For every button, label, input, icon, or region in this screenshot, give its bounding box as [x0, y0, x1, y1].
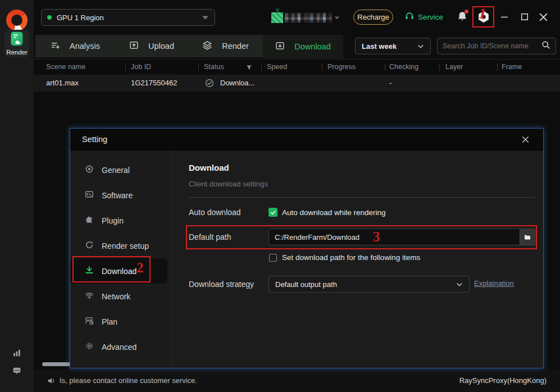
tab-upload[interactable]: Upload: [115, 35, 188, 57]
menu-item-advanced[interactable]: Advanced: [70, 334, 171, 359]
menu-item-plan[interactable]: Plan: [70, 309, 171, 334]
recharge-button[interactable]: Recharge: [353, 10, 393, 25]
job-table-header: Scene name Job ID Status Speed Progress …: [34, 59, 560, 74]
maximize-button[interactable]: [518, 11, 531, 23]
region-select[interactable]: GPU 1 Region: [41, 9, 215, 26]
region-online-dot: [47, 15, 52, 20]
annotation-box-3: [186, 225, 537, 249]
avatar: [271, 12, 283, 23]
cell-status: Downloa...: [220, 75, 254, 92]
user-account-menu[interactable]: [271, 10, 340, 25]
column-divider: [439, 63, 440, 71]
menu-item-label: Advanced: [102, 343, 136, 352]
notification-dot: [465, 10, 468, 13]
menu-item-general[interactable]: General: [70, 157, 171, 183]
auto-download-option-label: Auto download while rendering: [282, 208, 386, 217]
col-scene-name: Scene name: [46, 60, 85, 75]
render-setup-icon: [85, 240, 94, 251]
folder-download-icon: [275, 41, 285, 52]
tab-download[interactable]: Download: [263, 35, 343, 58]
col-checking: Checking: [389, 60, 418, 75]
chevron-down-icon: [417, 41, 424, 51]
auto-download-label: Auto download: [189, 208, 241, 217]
period-filter-select[interactable]: Last week: [355, 38, 431, 54]
column-divider: [385, 63, 385, 71]
dialog-title-bar: Setting: [70, 129, 543, 151]
chat-icon[interactable]: [12, 366, 22, 378]
general-icon: [85, 165, 94, 175]
username-redacted: [285, 13, 332, 22]
tab-render-label: Render: [222, 42, 249, 51]
cell-scene-name: art01.max: [46, 75, 79, 92]
tab-analysis[interactable]: Analysis: [35, 35, 115, 57]
software-icon: [85, 190, 94, 200]
tab-analysis-label: Analysis: [70, 42, 100, 51]
menu-item-render-setup[interactable]: Render setup: [70, 233, 171, 258]
close-button[interactable]: [537, 11, 549, 23]
plugin-icon: [85, 215, 94, 226]
search-box: [437, 38, 556, 54]
plan-icon: [85, 316, 94, 327]
analysis-icon: [51, 40, 60, 52]
headset-icon: [404, 11, 415, 23]
menu-item-label: Plugin: [102, 216, 124, 225]
folder-upload-icon: [129, 40, 139, 52]
speaker-icon: [47, 376, 56, 388]
download-settings-panel: Download Client download settings Auto d…: [172, 151, 543, 368]
column-divider: [497, 63, 498, 71]
panel-heading: Download: [189, 163, 229, 172]
layers-icon: [202, 40, 212, 52]
minimize-button[interactable]: [498, 11, 511, 23]
statistics-icon[interactable]: [12, 348, 22, 360]
menu-item-label: Software: [102, 191, 133, 200]
col-speed: Speed: [267, 60, 287, 75]
column-divider: [261, 63, 262, 71]
service-button[interactable]: Service: [404, 11, 443, 23]
sidebar-item-render[interactable]: Render: [4, 30, 29, 57]
cell-checking: -: [389, 75, 391, 92]
download-strategy-label: Download strategy: [189, 280, 254, 289]
dialog-title: Setting: [82, 135, 107, 144]
annotation-box-2: [72, 256, 151, 282]
notification-bell-icon[interactable]: [457, 11, 469, 23]
period-filter-value: Last week: [362, 42, 417, 51]
chevron-down-icon: [334, 12, 340, 22]
dialog-close-icon[interactable]: [519, 133, 531, 145]
chevron-down-icon: [202, 12, 209, 22]
download-strategy-select[interactable]: Default output path: [268, 276, 470, 293]
menu-item-software[interactable]: Software: [70, 183, 171, 208]
col-job-id: Job ID: [131, 60, 151, 75]
status-filter-icon[interactable]: [245, 63, 253, 74]
cell-job-id: 1G217550462: [131, 75, 177, 92]
settings-dialog: Setting General Software Plugin: [70, 128, 544, 368]
sidebar-render-label: Render: [6, 49, 28, 56]
auto-download-checkbox[interactable]: [268, 208, 277, 217]
menu-item-plugin[interactable]: Plugin: [70, 208, 171, 233]
left-sidebar: Render: [0, 0, 34, 392]
menu-item-network[interactable]: Network: [70, 284, 171, 309]
proxy-label: RaySyncProxy(HongKong): [459, 376, 547, 385]
column-divider: [322, 63, 322, 71]
tab-render[interactable]: Render: [188, 35, 263, 57]
menu-item-label: Network: [102, 292, 130, 301]
status-message: Is, please contact online customer servi…: [60, 376, 197, 385]
status-check-icon: [205, 79, 214, 90]
app-logo-icon: [6, 10, 28, 31]
app-window: Render GPU 1 Region Rechar: [0, 0, 560, 392]
col-progress: Progress: [327, 60, 356, 75]
set-path-option-label: Set download path for the following item…: [282, 253, 420, 262]
search-input[interactable]: [443, 42, 538, 50]
table-row[interactable]: art01.max 1G217550462 Downloa... -: [34, 75, 560, 92]
search-icon[interactable]: [541, 40, 550, 52]
col-layer: Layer: [445, 60, 463, 75]
col-status: Status: [204, 60, 224, 75]
tab-upload-label: Upload: [148, 42, 174, 51]
region-select-value: GPU 1 Region: [57, 13, 197, 22]
column-divider: [198, 63, 199, 71]
service-label: Service: [418, 13, 443, 21]
set-path-checkbox[interactable]: [269, 254, 277, 262]
panel-subheading: Client download settings: [189, 180, 268, 188]
explanation-link[interactable]: Explaination: [474, 279, 514, 288]
menu-item-label: Render setup: [102, 241, 149, 250]
main-tab-bar: Analysis Upload Render: [35, 35, 343, 57]
